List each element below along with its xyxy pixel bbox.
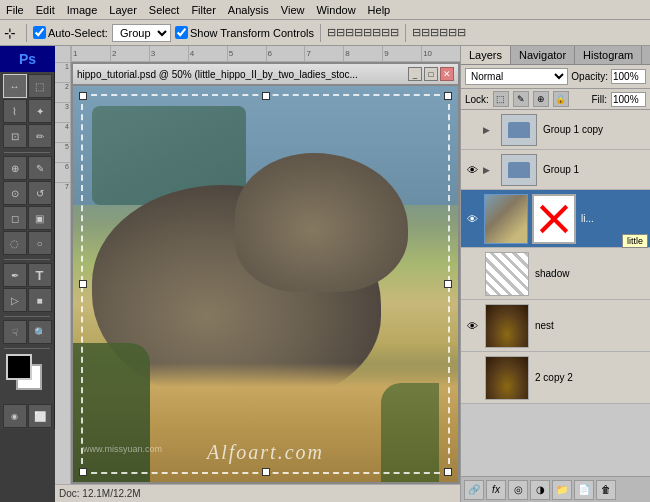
- eye-visibility-nest[interactable]: 👁: [463, 320, 481, 332]
- tab-navigator[interactable]: Navigator: [511, 46, 575, 64]
- type-tool[interactable]: T: [28, 263, 52, 287]
- group-arrow-group1[interactable]: ▶: [483, 165, 497, 175]
- layers-panel: Layers Navigator Histogram Normal Opacit…: [460, 46, 650, 502]
- eraser-tool[interactable]: ◻: [3, 206, 27, 230]
- menu-filter[interactable]: Filter: [185, 2, 221, 18]
- layers-list: ▶ Group 1 copy 👁 ▶ Group 1: [461, 110, 650, 476]
- thumb-little-mask: [532, 194, 576, 244]
- blend-mode-dropdown[interactable]: Normal: [465, 68, 568, 85]
- lock-position-icon[interactable]: ⊕: [533, 91, 549, 107]
- fill-label: Fill:: [591, 94, 607, 105]
- group-arrow-group1copy[interactable]: ▶: [483, 125, 497, 135]
- eye-visibility-group1[interactable]: 👁: [463, 164, 481, 176]
- autoselect-dropdown[interactable]: Group: [112, 24, 171, 42]
- watermark2: www.missyuan.com: [83, 444, 162, 454]
- menu-select[interactable]: Select: [143, 2, 186, 18]
- blur-tool[interactable]: ◌: [3, 231, 27, 255]
- layer-name-shadow: shadow: [533, 268, 648, 279]
- menu-view[interactable]: View: [275, 2, 311, 18]
- document-canvas[interactable]: Alfoart.com www.missyuan.com: [71, 84, 460, 484]
- layer-item-2copy2[interactable]: 2 copy 2: [461, 352, 650, 404]
- lock-label: Lock:: [465, 94, 489, 105]
- opacity-input[interactable]: [611, 69, 646, 84]
- show-transform-checkbox[interactable]: [175, 26, 188, 39]
- menu-image[interactable]: Image: [61, 2, 104, 18]
- blend-opacity-row: Normal Opacity:: [461, 65, 650, 89]
- lasso-tool[interactable]: ⌇: [3, 99, 27, 123]
- foreground-color[interactable]: [6, 354, 32, 380]
- history-brush-tool[interactable]: ↺: [28, 181, 52, 205]
- menu-edit[interactable]: Edit: [30, 2, 61, 18]
- clone-stamp-tool[interactable]: ⊙: [3, 181, 27, 205]
- layer-item-group1copy[interactable]: ▶ Group 1 copy: [461, 110, 650, 150]
- fill-input[interactable]: [611, 92, 646, 107]
- options-bar: ⊹ Auto-Select: Group Show Transform Cont…: [0, 20, 650, 46]
- lock-transparent-icon[interactable]: ⬚: [493, 91, 509, 107]
- layers-bottom-bar: 🔗 fx ◎ ◑ 📁 📄 🗑: [461, 476, 650, 502]
- menu-help[interactable]: Help: [362, 2, 397, 18]
- document-titlebar: hippo_tutorial.psd @ 50% (little_hippo_I…: [71, 62, 460, 84]
- layer-item-little[interactable]: 👁 li... little: [461, 190, 650, 248]
- screen-mode[interactable]: ⬜: [28, 404, 52, 428]
- path-select-tool[interactable]: ▷: [3, 288, 27, 312]
- doc-maximize-button[interactable]: □: [424, 67, 438, 81]
- gradient-tool[interactable]: ▣: [28, 206, 52, 230]
- quick-mask-mode[interactable]: ◉: [3, 404, 27, 428]
- layer-item-shadow[interactable]: shadow: [461, 248, 650, 300]
- tab-layers[interactable]: Layers: [461, 46, 511, 64]
- menu-layer[interactable]: Layer: [103, 2, 143, 18]
- thumb-group1copy: [501, 114, 537, 146]
- layer-item-nest[interactable]: 👁 nest: [461, 300, 650, 352]
- show-transform-label: Show Transform Controls: [175, 26, 314, 39]
- adjustment-layer-button[interactable]: ◑: [530, 480, 550, 500]
- menu-analysis[interactable]: Analysis: [222, 2, 275, 18]
- marquee-tool[interactable]: ⬚: [28, 74, 52, 98]
- new-layer-button[interactable]: 📄: [574, 480, 594, 500]
- add-mask-button[interactable]: ◎: [508, 480, 528, 500]
- magic-wand-tool[interactable]: ✦: [28, 99, 52, 123]
- move-tool-icon: ⊹: [4, 25, 16, 41]
- doc-minimize-button[interactable]: _: [408, 67, 422, 81]
- toolbox: ↔ ⬚ ⌇ ✦ ⊡ ✏ ⊕ ✎ ⊙ ↺: [0, 72, 55, 429]
- doc-close-button[interactable]: ✕: [440, 67, 454, 81]
- menu-file[interactable]: File: [0, 2, 30, 18]
- thumb-nest: [485, 304, 529, 348]
- move-tool[interactable]: ↔: [3, 74, 27, 98]
- brush-tool[interactable]: ✎: [28, 156, 52, 180]
- thumb-shadow: [485, 252, 529, 296]
- zoom-tool[interactable]: 🔍: [28, 320, 52, 344]
- delete-layer-button[interactable]: 🗑: [596, 480, 616, 500]
- color-picker[interactable]: [4, 352, 50, 400]
- tab-histogram[interactable]: Histogram: [575, 46, 642, 64]
- panel-tabs: Layers Navigator Histogram: [461, 46, 650, 65]
- shape-tool[interactable]: ■: [28, 288, 52, 312]
- menu-window[interactable]: Window: [310, 2, 361, 18]
- ps-logo: Ps: [0, 46, 55, 72]
- eyedropper-tool[interactable]: ✏: [28, 124, 52, 148]
- autoselect-label: Auto-Select:: [33, 26, 108, 39]
- pen-tool[interactable]: ✒: [3, 263, 27, 287]
- layer-tooltip: little: [622, 234, 648, 248]
- lock-all-icon[interactable]: 🔒: [553, 91, 569, 107]
- link-layers-button[interactable]: 🔗: [464, 480, 484, 500]
- status-text: Doc: 12.1M/12.2M: [59, 488, 141, 499]
- lock-row: Lock: ⬚ ✎ ⊕ 🔒 Fill:: [461, 89, 650, 110]
- layer-name-nest: nest: [533, 320, 648, 331]
- lock-image-icon[interactable]: ✎: [513, 91, 529, 107]
- align-icons: ⊟⊟⊟⊟⊟⊟⊟⊟: [327, 26, 399, 39]
- autoselect-checkbox[interactable]: [33, 26, 46, 39]
- layer-name-group1: Group 1: [541, 164, 648, 175]
- thumb-little-image: [484, 194, 528, 244]
- new-group-button[interactable]: 📁: [552, 480, 572, 500]
- layer-fx-button[interactable]: fx: [486, 480, 506, 500]
- dodge-tool[interactable]: ○: [28, 231, 52, 255]
- layer-item-group1[interactable]: 👁 ▶ Group 1: [461, 150, 650, 190]
- thumb-group1: [501, 154, 537, 186]
- layer-name-group1copy: Group 1 copy: [541, 124, 648, 135]
- canvas-area: 1 2 3 4 5 6 7 8 9 10 1 2 3 4 5: [55, 46, 460, 502]
- crop-tool[interactable]: ⊡: [3, 124, 27, 148]
- eye-visibility-little[interactable]: 👁: [463, 213, 481, 225]
- spot-heal-tool[interactable]: ⊕: [3, 156, 27, 180]
- opacity-label: Opacity:: [571, 71, 608, 82]
- hand-tool[interactable]: ☟: [3, 320, 27, 344]
